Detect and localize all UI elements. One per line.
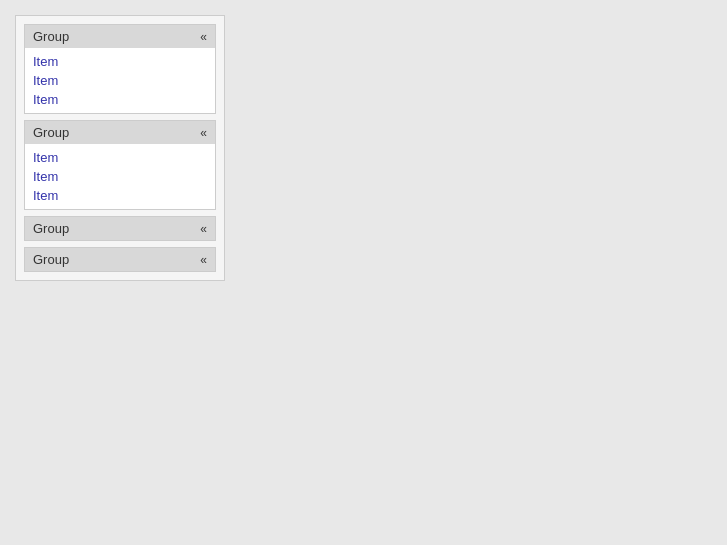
group-1-header[interactable]: Group « [25,25,215,48]
group-4-header[interactable]: Group « [25,248,215,271]
group-2-item-2[interactable]: Item [33,169,207,184]
group-3-header[interactable]: Group « [25,217,215,240]
group-3: Group « [24,216,216,241]
group-2-item-1[interactable]: Item [33,150,207,165]
group-1-items: Item Item Item [25,48,215,113]
group-4-label: Group [33,252,69,267]
group-1-label: Group [33,29,69,44]
group-2-items: Item Item Item [25,144,215,209]
group-1-item-1[interactable]: Item [33,54,207,69]
group-1-item-3[interactable]: Item [33,92,207,107]
group-3-label: Group [33,221,69,236]
group-1-item-2[interactable]: Item [33,73,207,88]
group-2: Group « Item Item Item [24,120,216,210]
group-2-item-3[interactable]: Item [33,188,207,203]
group-4-collapse-icon: « [200,253,207,267]
group-3-collapse-icon: « [200,222,207,236]
group-2-label: Group [33,125,69,140]
group-4: Group « [24,247,216,272]
panel-container: Group « Item Item Item Group « Item Item… [15,15,225,281]
group-2-collapse-icon: « [200,126,207,140]
group-1: Group « Item Item Item [24,24,216,114]
group-1-collapse-icon: « [200,30,207,44]
group-2-header[interactable]: Group « [25,121,215,144]
